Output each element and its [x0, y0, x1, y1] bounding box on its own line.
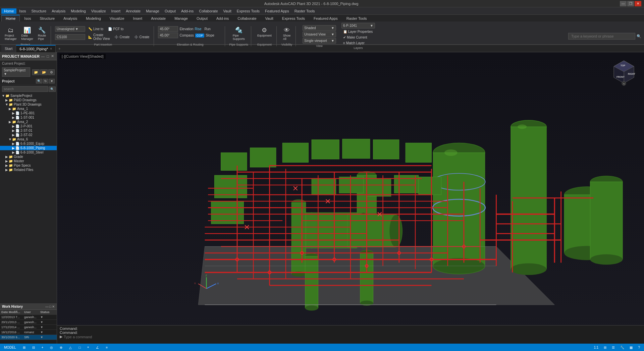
ribbon-tab-manage[interactable]: Manage	[170, 15, 192, 21]
wh-row[interactable]: 12/2/2013 7... ganesh... ▼	[0, 315, 57, 320]
snap-toggle[interactable]: ⊟	[31, 346, 36, 349]
equipment-button[interactable]: ⚙ Equipment	[255, 26, 274, 38]
wh-status-arrow[interactable]: ▼	[40, 315, 43, 319]
wh-status-arrow[interactable]: ▼	[40, 331, 43, 334]
ribbon-tab-annotate[interactable]: Annotate	[147, 15, 170, 21]
tree-item-related-files[interactable]: ▶📁Related Files	[0, 168, 57, 172]
lwt-toggle[interactable]: □	[77, 346, 82, 349]
panel-toggle[interactable]: ▦	[628, 346, 634, 349]
wh-expand-button[interactable]: □	[49, 305, 51, 308]
tree-toggle[interactable]: ▼	[1, 94, 5, 98]
angle2-input[interactable]	[158, 33, 178, 38]
ribbon-tab-structure[interactable]: Structure	[36, 15, 59, 21]
tree-toggle[interactable]: ▶	[11, 116, 15, 119]
menu-item-express-tools[interactable]: Express Tools	[234, 8, 262, 14]
pm-close-button[interactable]: ✕	[50, 54, 55, 59]
tree-item-2-st-02[interactable]: ▶📄2-ST-02	[0, 133, 57, 137]
tree-toggle[interactable]: ▼	[8, 137, 12, 141]
wh-row[interactable]: 20/11/2013 ... ganesh... ▼	[0, 320, 57, 325]
show-all-button[interactable]: 👁 ShowAll	[281, 26, 293, 42]
tree-toggle[interactable]: ▶	[11, 151, 15, 154]
pm-open-button[interactable]: 📂	[40, 69, 48, 75]
new-tab-button[interactable]: +	[56, 47, 63, 51]
tree-toggle[interactable]: ▶	[11, 133, 15, 137]
menu-item-isos[interactable]: Isos	[16, 8, 29, 14]
tree-toggle[interactable]: ▶	[5, 168, 9, 172]
menu-item-insert[interactable]: Insert	[109, 8, 123, 14]
create2-button[interactable]: ➕ Create	[132, 35, 151, 40]
unsaved-view-dropdown[interactable]: Unsaved View ▼	[303, 32, 336, 37]
tab-start[interactable]: Start	[1, 45, 16, 52]
tree-item-p-id-drawings[interactable]: ▶📁P&ID Drawings	[0, 98, 57, 102]
pm-refresh-button[interactable]: ↻	[43, 79, 48, 83]
gizmo-toggle[interactable]: ≡	[104, 346, 109, 349]
command-input[interactable]	[64, 335, 131, 339]
menu-item-structure[interactable]: Structure	[29, 8, 49, 14]
tree-item-master[interactable]: ▶📁Master	[0, 159, 57, 163]
create1-button[interactable]: ➕ Create	[113, 35, 131, 40]
close-button[interactable]: ✕	[635, 1, 641, 6]
match-layer-button[interactable]: ≡ Match Layer	[341, 41, 375, 46]
tree-toggle[interactable]: ▶	[11, 129, 15, 132]
ribbon-tab-modeling[interactable]: Modeling	[82, 15, 105, 21]
ribbon-tab-analysis[interactable]: Analysis	[59, 15, 82, 21]
tracking-toggle[interactable]: △	[68, 346, 73, 349]
ribbon-tab-home[interactable]: Home	[1, 15, 20, 21]
scene-svg[interactable]: X Z Y	[57, 52, 644, 344]
shaded-dropdown[interactable]: Shaded ▼	[303, 25, 336, 31]
wh-row[interactable]: 16/12/2016 ... romanz ▼	[0, 330, 57, 335]
tab-close-button[interactable]: ×	[50, 47, 52, 51]
tree-toggle[interactable]: ▶	[8, 120, 12, 124]
help-status[interactable]: ?	[637, 346, 641, 349]
grid-toggle[interactable]: ⊞	[21, 346, 27, 349]
tree-toggle[interactable]: ▶	[11, 146, 15, 150]
menu-item-collaborate[interactable]: Collaborate	[196, 8, 220, 14]
line-to-line-button[interactable]: 📏 Line to	[87, 26, 105, 32]
tree-item-6-8-1000-steel[interactable]: ▶📄6-8-1000_Steel	[0, 150, 57, 155]
pm-more-button[interactable]: ▼	[49, 79, 55, 83]
tree-item-pipe-specs[interactable]: ▶📁Pipe Specs	[0, 163, 57, 168]
tree-item-2-st-01[interactable]: ▶📄2-ST-01	[0, 128, 57, 133]
ribbon-tab-raster-tools[interactable]: Raster Tools	[342, 15, 371, 21]
tree-toggle[interactable]: ▼	[5, 103, 9, 106]
tree-item-1-pe-001[interactable]: ▶📄1-PE-001	[0, 111, 57, 115]
ribbon-tab-collaborate[interactable]: Collaborate	[233, 15, 261, 21]
layer-dropdown[interactable]: 6-P-1041 ▼	[341, 23, 375, 28]
menu-item-manage[interactable]: Manage	[143, 8, 162, 14]
polar-toggle[interactable]: ◎	[49, 346, 54, 349]
tree-toggle[interactable]: ▶	[11, 124, 15, 128]
wh-minimize-button[interactable]: —	[45, 305, 49, 308]
ribbon-tab-output[interactable]: Output	[192, 15, 212, 21]
menu-item-analysis[interactable]: Analysis	[49, 8, 68, 14]
tree-toggle[interactable]: ▶	[11, 111, 15, 115]
tree-toggle[interactable]: ▶	[11, 142, 15, 145]
angle1-input[interactable]	[158, 26, 178, 32]
selection-toggle[interactable]: ∠	[95, 346, 100, 349]
tree-item-grade[interactable]: ▶📁Grade	[0, 155, 57, 159]
transparency-toggle[interactable]: ⌖	[86, 345, 91, 349]
tree-item-2-p-001[interactable]: ▶📄2-P-001	[0, 124, 57, 128]
nav-cube[interactable]: RIGHT TOP FRONT N	[610, 59, 637, 86]
wh-close-button[interactable]: ✕	[52, 305, 55, 308]
tree-toggle[interactable]: ▶	[8, 107, 12, 111]
menu-item-featured-apps[interactable]: Featured Apps	[262, 8, 292, 14]
tab-drawing[interactable]: 6-8-1000_Piping* ×	[16, 45, 56, 52]
tree-item-6-8-1000-piping[interactable]: ▶📄6-8-1000_Piping	[0, 146, 57, 150]
tree-item-area-6[interactable]: ▼📁Area_6	[0, 137, 57, 141]
tree-toggle[interactable]: ▶	[5, 164, 9, 167]
wh-status-arrow[interactable]: ▼	[40, 336, 43, 339]
layer-properties-button[interactable]: 📋 Layer Properties	[341, 29, 375, 34]
tree-toggle[interactable]: ▶	[5, 159, 9, 163]
pcf-button[interactable]: 📄 PCF to	[106, 26, 125, 32]
ribbon-tab-featured-apps[interactable]: Featured Apps	[309, 15, 342, 21]
tree-item-area-2[interactable]: ▶📁Area_2	[0, 120, 57, 124]
ribbon-tab-isos[interactable]: Isos	[20, 15, 35, 21]
pm-expand-button[interactable]: □	[46, 54, 50, 59]
menu-item-output[interactable]: Output	[162, 8, 178, 14]
menu-item-vault[interactable]: Vault	[221, 8, 234, 14]
ribbon-tab-express-tools[interactable]: Express Tools	[278, 15, 309, 21]
pm-minimize-button[interactable]: —	[40, 54, 45, 59]
ribbon-tab-insert[interactable]: Insert	[129, 15, 147, 21]
pm-settings-button[interactable]: ⚙	[48, 69, 55, 75]
wh-row[interactable]: 30/1/2020 9... SRi ▼	[0, 335, 57, 340]
